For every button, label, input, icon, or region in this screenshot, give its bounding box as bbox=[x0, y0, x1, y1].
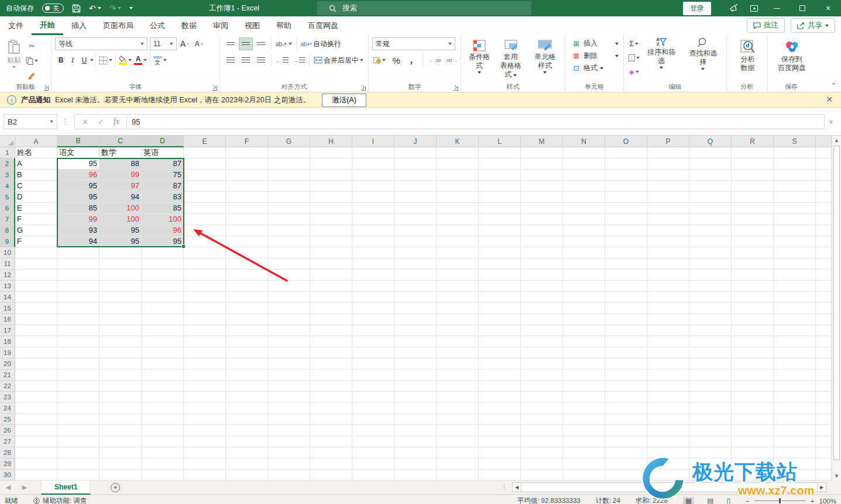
comments-button[interactable]: 批注 bbox=[747, 18, 785, 33]
cell-R13[interactable] bbox=[732, 281, 774, 292]
cell-M14[interactable] bbox=[521, 292, 563, 303]
cell-R25[interactable] bbox=[732, 414, 774, 425]
column-header-P[interactable]: P bbox=[647, 136, 689, 147]
cell-A5[interactable]: D bbox=[15, 192, 57, 203]
cell-G22[interactable] bbox=[268, 381, 310, 392]
cell-K23[interactable] bbox=[437, 392, 479, 403]
column-header-F[interactable]: F bbox=[226, 136, 268, 147]
cell-F11[interactable] bbox=[226, 258, 268, 270]
cell-G20[interactable] bbox=[268, 358, 310, 370]
cell-L29[interactable] bbox=[479, 458, 521, 470]
cell-partial-26[interactable] bbox=[816, 425, 832, 436]
cell-N4[interactable] bbox=[563, 181, 605, 192]
cell-K11[interactable] bbox=[437, 258, 479, 270]
cell-S7[interactable] bbox=[774, 214, 816, 225]
cell-P24[interactable] bbox=[647, 403, 689, 414]
number-dialog-launcher[interactable] bbox=[454, 86, 458, 91]
cell-P7[interactable] bbox=[647, 214, 689, 225]
cell-G17[interactable] bbox=[268, 325, 310, 336]
cell-J29[interactable] bbox=[394, 458, 437, 470]
cell-S22[interactable] bbox=[774, 381, 816, 392]
qat-customize-button[interactable] bbox=[129, 7, 133, 9]
insert-cells-button[interactable]: ⊞插入 bbox=[569, 37, 621, 50]
cell-Q26[interactable] bbox=[689, 425, 732, 436]
cell-F6[interactable] bbox=[226, 203, 268, 214]
cell-O14[interactable] bbox=[605, 292, 647, 303]
cell-L18[interactable] bbox=[479, 336, 521, 347]
autosum-button[interactable]: Σ bbox=[627, 37, 641, 50]
cell-L28[interactable] bbox=[479, 447, 521, 458]
cell-I28[interactable] bbox=[352, 447, 394, 458]
cell-E1[interactable] bbox=[184, 147, 226, 158]
fill-button[interactable]: ↓ bbox=[627, 51, 641, 64]
cell-H11[interactable] bbox=[310, 258, 352, 270]
cell-S16[interactable] bbox=[774, 314, 816, 325]
cell-L2[interactable] bbox=[479, 158, 521, 170]
row-header-7[interactable]: 7 bbox=[0, 214, 15, 225]
cell-J15[interactable] bbox=[394, 303, 437, 314]
cell-Q10[interactable] bbox=[689, 247, 732, 258]
cell-N9[interactable] bbox=[563, 236, 605, 247]
cell-partial-6[interactable] bbox=[816, 203, 832, 214]
cell-A2[interactable]: A bbox=[15, 158, 57, 170]
cell-S18[interactable] bbox=[774, 336, 816, 347]
cell-Q28[interactable] bbox=[689, 447, 732, 458]
analyze-data-button[interactable]: 分析数据 bbox=[730, 37, 765, 75]
cell-K5[interactable] bbox=[437, 192, 479, 203]
login-button[interactable]: 登录 bbox=[683, 2, 711, 15]
cell-O8[interactable] bbox=[605, 225, 647, 236]
tab-view[interactable]: 视图 bbox=[236, 16, 268, 35]
cell-B4[interactable]: 95 bbox=[57, 181, 99, 192]
cell-J16[interactable] bbox=[394, 314, 437, 325]
cut-button[interactable]: ✂ bbox=[25, 40, 39, 53]
cell-J3[interactable] bbox=[394, 170, 437, 181]
cell-D1[interactable]: 英语 bbox=[142, 147, 184, 158]
cell-J6[interactable] bbox=[394, 203, 437, 214]
cell-Q25[interactable] bbox=[689, 414, 732, 425]
cell-B24[interactable] bbox=[57, 403, 99, 414]
row-header-30[interactable]: 30 bbox=[0, 470, 15, 481]
cell-I15[interactable] bbox=[352, 303, 394, 314]
cell-Q12[interactable] bbox=[689, 270, 732, 281]
cell-N24[interactable] bbox=[563, 403, 605, 414]
cell-I7[interactable] bbox=[352, 214, 394, 225]
cell-Q5[interactable] bbox=[689, 192, 732, 203]
row-header-3[interactable]: 3 bbox=[0, 170, 15, 181]
cell-M6[interactable] bbox=[521, 203, 563, 214]
cell-I20[interactable] bbox=[352, 358, 394, 370]
top-align-button[interactable] bbox=[224, 37, 238, 50]
cell-N15[interactable] bbox=[563, 303, 605, 314]
conditional-formatting-button[interactable]: 条件格式 bbox=[465, 37, 494, 81]
cell-D20[interactable] bbox=[142, 358, 184, 370]
row-header-14[interactable]: 14 bbox=[0, 292, 15, 303]
cell-Q3[interactable] bbox=[689, 170, 732, 181]
cell-D3[interactable]: 75 bbox=[142, 170, 184, 181]
cell-partial-4[interactable] bbox=[816, 181, 832, 192]
cell-B5[interactable]: 95 bbox=[57, 192, 99, 203]
cell-M27[interactable] bbox=[521, 436, 563, 447]
cell-D4[interactable]: 87 bbox=[142, 181, 184, 192]
cell-partial-10[interactable] bbox=[816, 247, 832, 258]
cell-F5[interactable] bbox=[226, 192, 268, 203]
cell-G26[interactable] bbox=[268, 425, 310, 436]
cell-N27[interactable] bbox=[563, 436, 605, 447]
cell-P16[interactable] bbox=[647, 314, 689, 325]
italic-button[interactable]: I bbox=[67, 54, 78, 67]
comma-style-button[interactable]: , bbox=[406, 54, 417, 67]
cell-P19[interactable] bbox=[647, 347, 689, 358]
cell-D15[interactable] bbox=[142, 303, 184, 314]
cell-A28[interactable] bbox=[15, 447, 57, 458]
cell-O3[interactable] bbox=[605, 170, 647, 181]
cell-P30[interactable] bbox=[647, 470, 689, 481]
cell-K17[interactable] bbox=[437, 325, 479, 336]
decrease-indent-button[interactable]: ← bbox=[274, 54, 290, 67]
cell-I26[interactable] bbox=[352, 425, 394, 436]
cell-F26[interactable] bbox=[226, 425, 268, 436]
cell-G13[interactable] bbox=[268, 281, 310, 292]
page-layout-view-button[interactable]: ▤ bbox=[707, 497, 713, 504]
copy-button[interactable] bbox=[25, 54, 39, 67]
cell-R22[interactable] bbox=[732, 381, 774, 392]
cell-partial-7[interactable] bbox=[816, 214, 832, 225]
cell-J5[interactable] bbox=[394, 192, 437, 203]
cell-S24[interactable] bbox=[774, 403, 816, 414]
